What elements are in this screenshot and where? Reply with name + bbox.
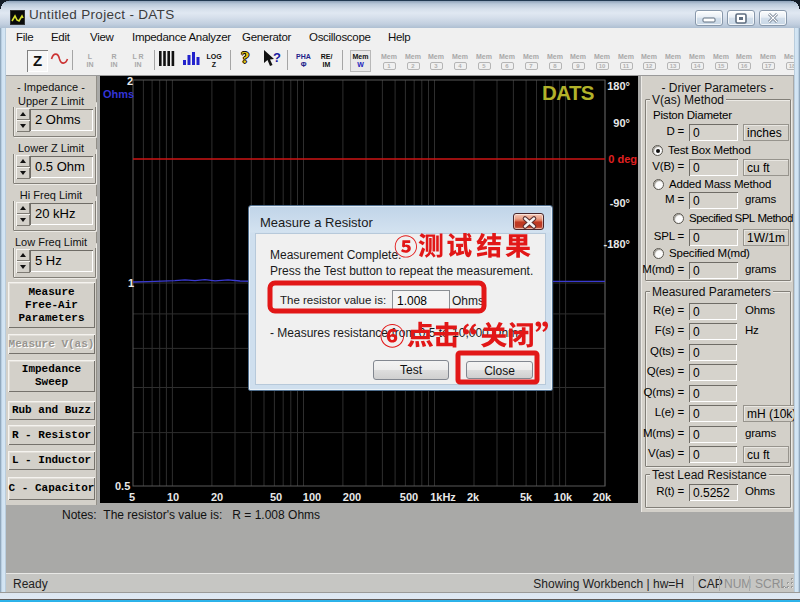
svg-text:0 deg: 0 deg (608, 153, 637, 165)
svg-text:1kHz: 1kHz (430, 491, 456, 503)
svg-text:200: 200 (343, 491, 361, 503)
svg-text:90°: 90° (613, 117, 630, 129)
svg-text:180°: 180° (607, 80, 630, 92)
svg-text:10k: 10k (554, 491, 573, 503)
svg-text:2k: 2k (467, 491, 480, 503)
svg-text:50: 50 (270, 491, 282, 503)
svg-text:500: 500 (400, 491, 418, 503)
svg-text:5: 5 (129, 491, 135, 503)
svg-text:1: 1 (128, 277, 134, 289)
svg-text:?: ? (273, 50, 281, 65)
svg-text:-90°: -90° (610, 197, 630, 209)
svg-text:-180°: -180° (604, 238, 630, 250)
svg-text:20k: 20k (593, 491, 612, 503)
svg-text:DATS: DATS (542, 81, 594, 104)
svg-text:5k: 5k (520, 491, 533, 503)
svg-text:2: 2 (127, 76, 133, 87)
svg-text:Ohms: Ohms (103, 88, 134, 100)
svg-text:20: 20 (211, 491, 223, 503)
svg-text:100: 100 (303, 491, 321, 503)
svg-text:10: 10 (167, 491, 179, 503)
